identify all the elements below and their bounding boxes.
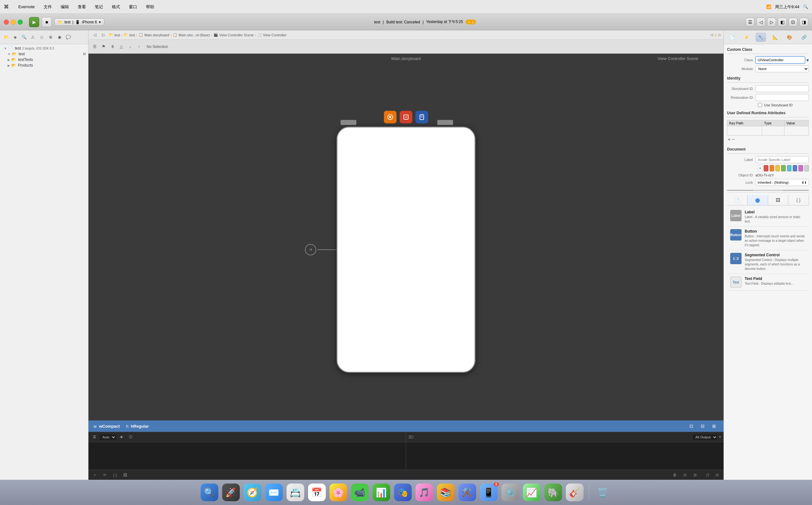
- recents-btn[interactable]: ⟳: [101, 471, 109, 479]
- restoration-id-field[interactable]: [756, 94, 809, 101]
- debug-eye-btn[interactable]: 👁: [118, 435, 125, 440]
- menu-notes[interactable]: 笔记: [93, 3, 105, 10]
- dock-xcode[interactable]: ⚒️: [458, 484, 476, 501]
- forward-btn[interactable]: ▷: [767, 18, 776, 26]
- canvas-nav-btn4[interactable]: △: [118, 43, 125, 50]
- dock-ibooks[interactable]: 📚: [437, 484, 455, 501]
- swatch-blue[interactable]: [787, 165, 792, 171]
- breadcrumb-test1[interactable]: 📁 test: [109, 33, 120, 37]
- stop-button[interactable]: ■: [42, 17, 52, 27]
- remove-attr-btn[interactable]: −: [732, 137, 734, 142]
- swatch-green[interactable]: [781, 165, 786, 171]
- swatch-orange[interactable]: [770, 165, 774, 171]
- lib-tab-snippet[interactable]: { }: [788, 195, 809, 205]
- lib-item-segmented[interactable]: 1 2 Segmented Control Segmented Control …: [727, 250, 809, 274]
- swatch-indigo[interactable]: [793, 165, 797, 171]
- nav-log-icon[interactable]: 💬: [65, 33, 72, 41]
- back-btn[interactable]: ◁: [757, 18, 765, 26]
- nav-warning-icon[interactable]: ⚠: [714, 33, 717, 37]
- breadcrumb-forward[interactable]: ▷: [100, 31, 107, 39]
- menu-edit[interactable]: 编辑: [59, 3, 71, 10]
- inspector-tab-attr[interactable]: 📐: [770, 33, 780, 42]
- nav-breakpoint-icon[interactable]: ◉: [55, 33, 63, 41]
- breadcrumb-vc[interactable]: ⬜ View Controller: [257, 33, 286, 37]
- nav-search-icon[interactable]: 🔍: [20, 33, 28, 41]
- menu-format[interactable]: 格式: [110, 3, 122, 10]
- canvas-grid-btn2[interactable]: ⊟: [713, 471, 721, 479]
- menu-view[interactable]: 查看: [76, 3, 88, 10]
- auto-selector[interactable]: Auto: [100, 434, 116, 440]
- debug-info-btn[interactable]: ⓘ: [127, 434, 134, 440]
- lib-tab-file[interactable]: 📄: [727, 195, 747, 205]
- inspector-tab-id[interactable]: 🔧: [756, 33, 766, 42]
- scheme-selector[interactable]: 📁 test | 📱 iPhone 6 ▾: [54, 18, 104, 26]
- iphone-screen[interactable]: [337, 128, 475, 372]
- swatch-clear[interactable]: [758, 165, 763, 171]
- debug-grid-btn1[interactable]: ⊟: [681, 471, 689, 479]
- swatch-purple[interactable]: [798, 165, 803, 171]
- view-btn-2[interactable]: ⊡: [789, 18, 798, 26]
- lib-item-button[interactable]: Button Button Button - Intercepts touch …: [727, 227, 809, 250]
- lib-tab-obj[interactable]: ⬤: [747, 195, 768, 205]
- all-output-selector[interactable]: All Output: [693, 434, 717, 440]
- dock-appstore[interactable]: 📱 8: [480, 484, 498, 501]
- nav-issue-icon[interactable]: ⚠: [29, 33, 37, 41]
- class-dropdown-icon[interactable]: ▾: [806, 57, 809, 63]
- view-btn-1[interactable]: ◧: [778, 18, 787, 26]
- swatch-red[interactable]: [764, 165, 768, 171]
- spotlight-icon[interactable]: 🔍: [803, 4, 808, 9]
- nav-item-products[interactable]: ▶ 📂 Products: [0, 62, 88, 68]
- canvas-nav-btn6[interactable]: ↑: [135, 43, 143, 50]
- add-attr-btn[interactable]: +: [728, 137, 730, 142]
- breadcrumb-back[interactable]: ◁: [91, 31, 99, 39]
- media-debug-btn[interactable]: 🖼: [121, 471, 129, 479]
- lib-item-label[interactable]: Label Label Label - A variably sized amo…: [727, 207, 809, 227]
- breadcrumb-test2[interactable]: 📁 test: [124, 33, 135, 37]
- dock-actmon[interactable]: 📈: [523, 484, 541, 501]
- apple-menu[interactable]: ⌘: [4, 4, 9, 10]
- menu-file[interactable]: 文件: [42, 3, 54, 10]
- module-select[interactable]: None: [756, 65, 809, 72]
- menu-help[interactable]: 帮助: [144, 3, 156, 10]
- nav-item-project[interactable]: ▼ 📄 test 2 targets, iOS SDK 8.3: [0, 45, 88, 51]
- nav-git-icon[interactable]: ◈: [11, 33, 19, 41]
- dock-launchpad[interactable]: 🚀: [222, 484, 240, 501]
- menu-window[interactable]: 窗口: [127, 3, 139, 10]
- dock-photos[interactable]: 🌸: [330, 484, 347, 501]
- breadcrumb-main-base[interactable]: 📋 Main.stor...rd (Base): [173, 33, 210, 37]
- nav-folder-icon[interactable]: 📁: [3, 33, 10, 41]
- lock-dropdown[interactable]: Inherited - (Nothing) ⬆⬇: [756, 179, 809, 186]
- minimize-button[interactable]: [11, 20, 16, 25]
- breadcrumb-vcscene[interactable]: 🎬 View Controller Scene: [214, 33, 254, 37]
- canvas-nav-btn1[interactable]: ☰: [91, 43, 99, 50]
- storyboard-id-field[interactable]: [756, 85, 809, 92]
- dock-facetime[interactable]: 📹: [351, 484, 369, 501]
- run-button[interactable]: ▶: [29, 17, 39, 27]
- dock-instruments[interactable]: 🎸: [566, 484, 584, 501]
- dock-finder[interactable]: 🔍: [201, 484, 218, 501]
- warning-badge[interactable]: ⚠ 2: [466, 20, 476, 24]
- dock-sysprefs[interactable]: ⚙️: [501, 484, 519, 501]
- size-icon-1[interactable]: ⊡: [687, 422, 696, 430]
- canvas-grid-btn1[interactable]: ⊡: [704, 471, 711, 479]
- breadcrumb-mainstoryboard[interactable]: 📋 Main.storyboard: [139, 33, 169, 37]
- dock-calendar[interactable]: 📅: [308, 484, 326, 501]
- nav-debug-icon[interactable]: ⊕: [47, 33, 54, 41]
- swatch-yellow[interactable]: [775, 165, 780, 171]
- view-btn-3[interactable]: ◨: [799, 18, 808, 26]
- nav-fwd-icon[interactable]: ▷: [718, 33, 721, 37]
- nav-item-test[interactable]: ▼ 📂 test M: [0, 51, 88, 57]
- dock-safari[interactable]: 🧭: [244, 484, 261, 501]
- dock-trash[interactable]: 🗑️: [594, 484, 612, 501]
- layout-btn-1[interactable]: ☰: [746, 18, 755, 26]
- dock-mail[interactable]: ✉️: [265, 484, 283, 501]
- output-dropdown-icon[interactable]: ▾: [719, 435, 721, 439]
- swatch-gray[interactable]: [804, 165, 809, 171]
- trash-btn[interactable]: 🗑: [671, 471, 679, 479]
- dock-contacts[interactable]: 📇: [286, 484, 304, 501]
- doc-label-field[interactable]: [756, 156, 809, 163]
- inspector-tab-size[interactable]: 🎨: [785, 33, 795, 42]
- size-icon-3[interactable]: ⊞: [710, 422, 718, 430]
- dock-evernote[interactable]: 🐘: [544, 484, 562, 501]
- close-button[interactable]: [4, 20, 9, 25]
